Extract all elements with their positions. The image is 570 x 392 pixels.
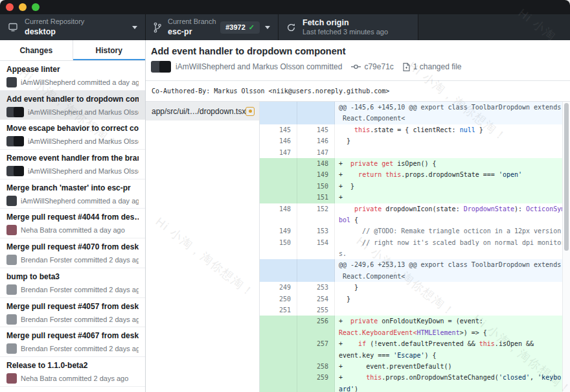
diff-code: this.state = { clientRect: null } bbox=[335, 124, 570, 135]
diff-new-line-number: 150 bbox=[297, 181, 335, 192]
diff-line: 146146 } bbox=[260, 135, 570, 146]
commit-item-meta: iAmWillShepherd and Markus Olsson… bbox=[28, 108, 139, 116]
commit-list-item[interactable]: Release to 1.1.0-beta2Neha Batra committ… bbox=[0, 357, 145, 387]
diff-old-line-number bbox=[260, 248, 297, 259]
commit-list-item[interactable]: Move escape behavior to correct co…iAmWi… bbox=[0, 120, 145, 150]
branch-label: Current Branch bbox=[168, 17, 216, 26]
app-window: Current Repository desktop Current Branc… bbox=[0, 0, 570, 392]
diff-scrollbar-track bbox=[562, 102, 570, 392]
diff-new-line-number bbox=[297, 271, 335, 282]
diff-new-line-number: 148 bbox=[297, 158, 335, 169]
commit-list-item[interactable]: Merge pull request #4044 from des…Neha B… bbox=[0, 209, 145, 238]
diff-line: 257+ if (!event.defaultPrevented && this… bbox=[260, 338, 570, 349]
diff-line: 149+ return this.props.dropdownState ===… bbox=[260, 169, 570, 180]
tab-changes[interactable]: Changes bbox=[0, 40, 73, 60]
fetch-origin-button[interactable]: Fetch origin Last fetched 3 minutes ago bbox=[279, 14, 418, 40]
diff-line: React.KeyboardEvent<HTMLElement>) => { bbox=[260, 327, 570, 338]
diff-old-line-number bbox=[260, 192, 297, 203]
diff-old-line-number: 148 bbox=[260, 203, 297, 214]
diff-old-line-number: 249 bbox=[260, 282, 297, 293]
avatar bbox=[6, 255, 17, 265]
zoom-window-button[interactable] bbox=[32, 3, 40, 11]
diff-line: 148+ private get isOpen() { bbox=[260, 158, 570, 169]
commit-item-meta: iAmWillShepherd and Markus Olsson… bbox=[28, 137, 139, 145]
diff-old-line-number bbox=[260, 316, 297, 327]
diff-code: // right now it's scaled badly on normal… bbox=[335, 237, 570, 248]
avatar bbox=[14, 166, 24, 176]
repository-label: Current Repository bbox=[25, 17, 84, 26]
tab-history[interactable]: History bbox=[73, 40, 146, 60]
commit-list-item[interactable]: Merge pull request #4057 from desk…Brend… bbox=[0, 298, 145, 328]
commit-title: Add event handler to dropdown component bbox=[151, 46, 562, 56]
diff-old-line-number bbox=[260, 271, 297, 282]
diff-line: 150+ } bbox=[260, 181, 570, 192]
commit-item-meta: iAmWillShepherd committed a day ago bbox=[21, 78, 139, 86]
pr-status-badge: #3972 ✓ bbox=[220, 21, 260, 34]
avatar bbox=[6, 314, 17, 325]
diff-code: + private get isOpen() { bbox=[335, 158, 570, 169]
diff-old-line-number bbox=[260, 113, 297, 124]
check-icon: ✓ bbox=[249, 23, 255, 32]
diff-hunk-header: @@ -145,6 +145,10 @@ export class Toolba… bbox=[260, 102, 570, 113]
commit-item-meta: Neha Batra committed a day ago bbox=[21, 226, 125, 234]
diff-new-line-number: 258 bbox=[297, 361, 335, 372]
changed-files-count: 1 changed file bbox=[413, 62, 462, 71]
diff-old-line-number bbox=[260, 214, 297, 225]
diff-line: 151+ bbox=[260, 192, 570, 203]
diff-line: 259+ this.props.onDropdownStateChanged('… bbox=[260, 372, 570, 383]
commit-list-item[interactable]: Add event handler to dropdown com…iAmWil… bbox=[0, 91, 145, 121]
commit-item-title: Merge pull request #4070 from desk… bbox=[6, 242, 139, 252]
current-repository-button[interactable]: Current Repository desktop bbox=[0, 14, 146, 40]
diff-old-line-number bbox=[260, 259, 297, 270]
commit-list-item[interactable]: bump to beta3Brendan Forster committed 2… bbox=[0, 268, 145, 298]
diff-line: 148152 private dropdownIcon(state: Dropd… bbox=[260, 203, 570, 214]
git-branch-icon bbox=[154, 22, 161, 33]
avatar bbox=[14, 107, 24, 117]
diff-old-line-number: 250 bbox=[260, 294, 297, 305]
file-list: app/src/ui/t…/dropdown.tsx bbox=[146, 102, 260, 392]
diff-code: event.key === 'Escape') { bbox=[335, 350, 570, 361]
diff-old-line-number bbox=[260, 384, 297, 392]
commit-list-item[interactable]: Merge pull request #4053 from desk… bbox=[0, 387, 145, 392]
diff-code: React.Component< bbox=[335, 113, 570, 124]
commit-list-item[interactable]: Merge pull request #4067 from desk…Brend… bbox=[0, 327, 145, 357]
commit-item-title: Merge pull request #4044 from des… bbox=[6, 213, 139, 222]
diff-code: s. bbox=[335, 248, 570, 259]
file-item[interactable]: app/src/ui/t…/dropdown.tsx bbox=[146, 102, 259, 121]
diff-code: } bbox=[335, 294, 570, 305]
commit-item-meta: Neha Batra committed 2 days ago bbox=[21, 375, 128, 382]
diff-line: 145145 this.state = { clientRect: null } bbox=[260, 124, 570, 135]
commit-list-item[interactable]: Merge pull request #4070 from desk…Brend… bbox=[0, 238, 145, 268]
changed-files-group: 1 changed file bbox=[403, 62, 462, 71]
commit-list-item[interactable]: Merge branch 'master' into esc-priAmWill… bbox=[0, 179, 145, 209]
diff-code: ard') bbox=[335, 384, 570, 392]
avatar bbox=[6, 284, 17, 295]
commit-list-item[interactable]: Remove event handler from the bran…iAmWi… bbox=[0, 150, 145, 179]
diff-code: + } bbox=[335, 181, 570, 192]
git-commit-icon bbox=[351, 63, 361, 71]
diff-code: } bbox=[335, 282, 570, 293]
diff-old-line-number bbox=[260, 361, 297, 372]
diff-line: 150154 // right now it's scaled badly on… bbox=[260, 237, 570, 248]
diff-code: React.Component< bbox=[335, 271, 570, 282]
diff-old-line-number bbox=[260, 158, 297, 169]
diff-new-line-number bbox=[297, 327, 335, 338]
close-window-button[interactable] bbox=[6, 3, 14, 11]
commit-list-item[interactable]: Appease linteriAmWillShepherd committed … bbox=[0, 61, 145, 91]
diff-line: s. bbox=[260, 248, 570, 259]
diff-code: + bbox=[335, 192, 570, 203]
diff-old-line-number bbox=[260, 102, 297, 113]
avatar bbox=[14, 136, 24, 146]
current-branch-button[interactable]: Current Branch esc-pr #3972 ✓ bbox=[146, 14, 279, 40]
diff-code: + private onFoldoutKeyDown = (event: bbox=[335, 316, 570, 327]
commit-item-title: Release to 1.1.0-beta2 bbox=[6, 361, 139, 371]
chevron-down-icon bbox=[132, 26, 137, 29]
diff-old-line-number: 150 bbox=[260, 237, 297, 248]
diff-scrollbar-thumb[interactable] bbox=[564, 103, 569, 251]
avatar bbox=[6, 77, 17, 87]
commit-description: Co-Authored-By: Markus Olsson <niik@user… bbox=[146, 80, 570, 102]
diff-line: 147147 bbox=[260, 147, 570, 158]
diff-code: @@ -145,6 +145,10 @@ export class Toolba… bbox=[335, 102, 570, 113]
minimize-window-button[interactable] bbox=[19, 3, 27, 11]
diff-new-line-number: 146 bbox=[297, 135, 335, 146]
